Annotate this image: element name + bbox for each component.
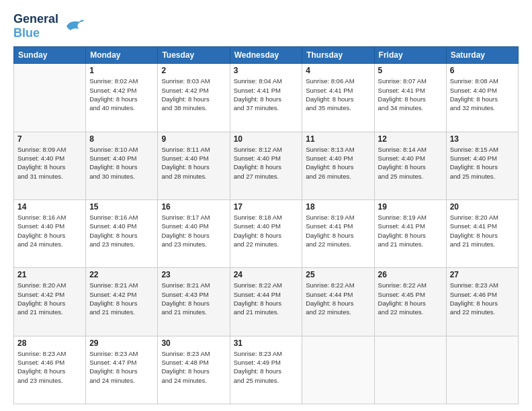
calendar-cell: 8Sunrise: 8:10 AM Sunset: 4:40 PM Daylig… <box>86 132 158 199</box>
day-number: 9 <box>161 134 226 144</box>
day-number: 24 <box>234 270 299 279</box>
day-info: Sunrise: 8:15 AM Sunset: 4:40 PM Dayligh… <box>450 145 515 181</box>
calendar-cell: 5Sunrise: 8:07 AM Sunset: 4:41 PM Daylig… <box>374 64 446 132</box>
calendar-cell <box>374 336 446 404</box>
day-info: Sunrise: 8:23 AM Sunset: 4:46 PM Dayligh… <box>17 349 82 385</box>
calendar-cell: 18Sunrise: 8:19 AM Sunset: 4:41 PM Dayli… <box>302 200 374 268</box>
weekday-sunday: Sunday <box>14 47 86 64</box>
day-info: Sunrise: 8:16 AM Sunset: 4:40 PM Dayligh… <box>89 213 154 248</box>
week-row-3: 14Sunrise: 8:16 AM Sunset: 4:40 PM Dayli… <box>14 200 519 268</box>
calendar-cell: 23Sunrise: 8:21 AM Sunset: 4:43 PM Dayli… <box>158 268 230 336</box>
calendar-cell: 20Sunrise: 8:20 AM Sunset: 4:41 PM Dayli… <box>446 200 518 268</box>
week-row-5: 28Sunrise: 8:23 AM Sunset: 4:46 PM Dayli… <box>14 336 519 404</box>
weekday-header-row: SundayMondayTuesdayWednesdayThursdayFrid… <box>14 47 519 64</box>
day-info: Sunrise: 8:12 AM Sunset: 4:40 PM Dayligh… <box>234 145 299 181</box>
calendar-body: 1Sunrise: 8:02 AM Sunset: 4:42 PM Daylig… <box>14 64 519 404</box>
week-row-4: 21Sunrise: 8:20 AM Sunset: 4:42 PM Dayli… <box>14 268 519 336</box>
day-info: Sunrise: 8:19 AM Sunset: 4:41 PM Dayligh… <box>378 213 443 248</box>
calendar-cell: 19Sunrise: 8:19 AM Sunset: 4:41 PM Dayli… <box>374 200 446 268</box>
weekday-thursday: Thursday <box>302 47 374 64</box>
calendar-header: SundayMondayTuesdayWednesdayThursdayFrid… <box>14 47 519 64</box>
day-info: Sunrise: 8:13 AM Sunset: 4:40 PM Dayligh… <box>306 145 370 181</box>
calendar-cell: 26Sunrise: 8:22 AM Sunset: 4:45 PM Dayli… <box>374 268 446 336</box>
calendar-cell <box>446 336 518 404</box>
day-number: 21 <box>17 270 82 279</box>
logo: GeneralBlue <box>13 12 85 40</box>
day-info: Sunrise: 8:23 AM Sunset: 4:48 PM Dayligh… <box>161 349 226 385</box>
day-number: 10 <box>234 134 299 144</box>
calendar-cell: 6Sunrise: 8:08 AM Sunset: 4:40 PM Daylig… <box>446 64 518 132</box>
calendar-cell: 2Sunrise: 8:03 AM Sunset: 4:42 PM Daylig… <box>158 64 230 132</box>
calendar-cell: 13Sunrise: 8:15 AM Sunset: 4:40 PM Dayli… <box>446 132 518 199</box>
day-number: 18 <box>306 202 370 212</box>
day-number: 12 <box>378 134 443 144</box>
day-info: Sunrise: 8:08 AM Sunset: 4:40 PM Dayligh… <box>450 77 515 112</box>
day-info: Sunrise: 8:23 AM Sunset: 4:46 PM Dayligh… <box>450 281 515 316</box>
day-info: Sunrise: 8:21 AM Sunset: 4:42 PM Dayligh… <box>89 281 154 316</box>
day-info: Sunrise: 8:14 AM Sunset: 4:40 PM Dayligh… <box>378 145 443 181</box>
day-number: 30 <box>161 338 226 348</box>
calendar-cell: 16Sunrise: 8:17 AM Sunset: 4:40 PM Dayli… <box>158 200 230 268</box>
calendar-cell: 17Sunrise: 8:18 AM Sunset: 4:40 PM Dayli… <box>230 200 302 268</box>
day-info: Sunrise: 8:17 AM Sunset: 4:40 PM Dayligh… <box>161 213 226 248</box>
day-number: 6 <box>450 66 515 75</box>
day-info: Sunrise: 8:22 AM Sunset: 4:44 PM Dayligh… <box>306 281 370 316</box>
calendar-cell <box>14 64 86 132</box>
header: GeneralBlue <box>13 12 519 40</box>
day-number: 26 <box>378 270 443 279</box>
day-number: 25 <box>306 270 370 279</box>
day-number: 23 <box>161 270 226 279</box>
calendar-cell: 28Sunrise: 8:23 AM Sunset: 4:46 PM Dayli… <box>14 336 86 404</box>
day-number: 31 <box>234 338 299 348</box>
calendar-cell: 15Sunrise: 8:16 AM Sunset: 4:40 PM Dayli… <box>86 200 158 268</box>
day-info: Sunrise: 8:20 AM Sunset: 4:41 PM Dayligh… <box>450 213 515 248</box>
day-number: 8 <box>89 134 154 144</box>
calendar-cell: 10Sunrise: 8:12 AM Sunset: 4:40 PM Dayli… <box>230 132 302 199</box>
day-info: Sunrise: 8:21 AM Sunset: 4:43 PM Dayligh… <box>161 281 226 316</box>
day-info: Sunrise: 8:23 AM Sunset: 4:49 PM Dayligh… <box>234 349 299 385</box>
calendar-cell: 24Sunrise: 8:22 AM Sunset: 4:44 PM Dayli… <box>230 268 302 336</box>
weekday-monday: Monday <box>86 47 158 64</box>
weekday-saturday: Saturday <box>446 47 518 64</box>
calendar-cell: 29Sunrise: 8:23 AM Sunset: 4:47 PM Dayli… <box>86 336 158 404</box>
day-info: Sunrise: 8:22 AM Sunset: 4:45 PM Dayligh… <box>378 281 443 316</box>
day-info: Sunrise: 8:03 AM Sunset: 4:42 PM Dayligh… <box>161 77 226 112</box>
calendar-cell: 21Sunrise: 8:20 AM Sunset: 4:42 PM Dayli… <box>14 268 86 336</box>
day-info: Sunrise: 8:07 AM Sunset: 4:41 PM Dayligh… <box>378 77 443 112</box>
calendar-cell: 30Sunrise: 8:23 AM Sunset: 4:48 PM Dayli… <box>158 336 230 404</box>
calendar-cell: 25Sunrise: 8:22 AM Sunset: 4:44 PM Dayli… <box>302 268 374 336</box>
day-number: 1 <box>89 66 154 75</box>
day-info: Sunrise: 8:09 AM Sunset: 4:40 PM Dayligh… <box>17 145 82 181</box>
day-info: Sunrise: 8:11 AM Sunset: 4:40 PM Dayligh… <box>161 145 226 181</box>
logo-text: GeneralBlue <box>13 12 58 40</box>
day-number: 14 <box>17 202 82 212</box>
weekday-tuesday: Tuesday <box>158 47 230 64</box>
calendar: SundayMondayTuesdayWednesdayThursdayFrid… <box>13 46 519 404</box>
day-number: 17 <box>234 202 299 212</box>
day-number: 3 <box>234 66 299 75</box>
day-info: Sunrise: 8:18 AM Sunset: 4:40 PM Dayligh… <box>234 213 299 248</box>
day-number: 13 <box>450 134 515 144</box>
day-info: Sunrise: 8:02 AM Sunset: 4:42 PM Dayligh… <box>89 77 154 112</box>
day-info: Sunrise: 8:16 AM Sunset: 4:40 PM Dayligh… <box>17 213 82 248</box>
day-number: 27 <box>450 270 515 279</box>
day-number: 2 <box>161 66 226 75</box>
calendar-cell: 31Sunrise: 8:23 AM Sunset: 4:49 PM Dayli… <box>230 336 302 404</box>
calendar-cell: 22Sunrise: 8:21 AM Sunset: 4:42 PM Dayli… <box>86 268 158 336</box>
week-row-1: 1Sunrise: 8:02 AM Sunset: 4:42 PM Daylig… <box>14 64 519 132</box>
day-number: 29 <box>89 338 154 348</box>
week-row-2: 7Sunrise: 8:09 AM Sunset: 4:40 PM Daylig… <box>14 132 519 199</box>
calendar-cell: 1Sunrise: 8:02 AM Sunset: 4:42 PM Daylig… <box>86 64 158 132</box>
calendar-cell: 7Sunrise: 8:09 AM Sunset: 4:40 PM Daylig… <box>14 132 86 199</box>
calendar-cell: 14Sunrise: 8:16 AM Sunset: 4:40 PM Dayli… <box>14 200 86 268</box>
calendar-cell: 9Sunrise: 8:11 AM Sunset: 4:40 PM Daylig… <box>158 132 230 199</box>
day-info: Sunrise: 8:23 AM Sunset: 4:47 PM Dayligh… <box>89 349 154 385</box>
logo-bird-icon <box>61 17 85 36</box>
day-number: 7 <box>17 134 82 144</box>
day-number: 20 <box>450 202 515 212</box>
day-info: Sunrise: 8:06 AM Sunset: 4:41 PM Dayligh… <box>306 77 370 112</box>
day-number: 15 <box>89 202 154 212</box>
calendar-cell: 3Sunrise: 8:04 AM Sunset: 4:41 PM Daylig… <box>230 64 302 132</box>
day-info: Sunrise: 8:04 AM Sunset: 4:41 PM Dayligh… <box>234 77 299 112</box>
calendar-cell: 4Sunrise: 8:06 AM Sunset: 4:41 PM Daylig… <box>302 64 374 132</box>
